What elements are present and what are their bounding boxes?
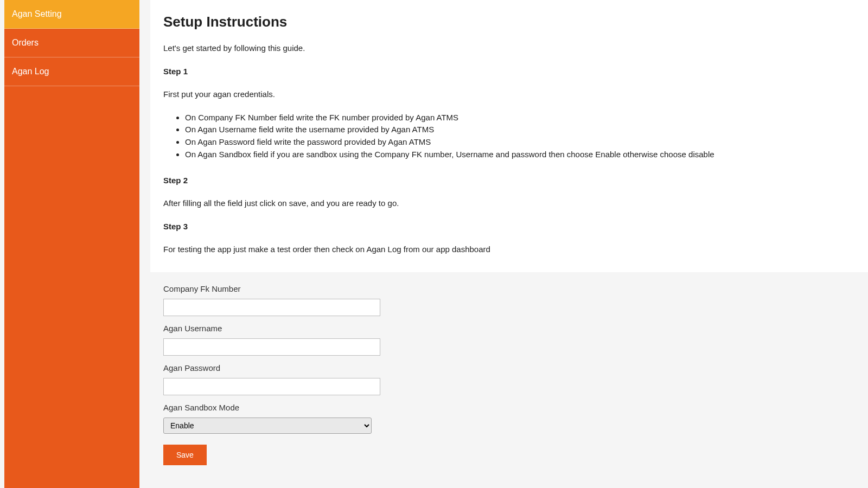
field-agan-password: Agan Password [163,363,855,395]
sidebar: Agan Setting Orders Agan Log [4,0,139,488]
step-1-bullet-list: On Company FK Number field write the FK … [163,112,855,160]
agan-password-input[interactable] [163,378,380,395]
field-company-fk: Company Fk Number [163,284,855,316]
agan-sandbox-select[interactable]: Enable Disable [163,418,372,434]
step-2-heading: Step 2 [163,175,855,187]
step-1-bullet: On Agan Password field write the passwor… [185,136,855,148]
step-3-heading: Step 3 [163,221,855,233]
sidebar-item-agan-setting[interactable]: Agan Setting [4,0,139,29]
instructions-card: Setup Instructions Let's get started by … [150,0,868,272]
step-3-text: For testing the app just make a test ord… [163,243,855,256]
save-button[interactable]: Save [163,445,207,465]
page-title: Setup Instructions [163,14,855,30]
agan-username-label: Agan Username [163,324,855,333]
sidebar-spacer [4,86,139,488]
step-2-text: After filling all the field just click o… [163,197,855,210]
agan-password-label: Agan Password [163,363,855,373]
step-1-text: First put your agan credentials. [163,88,855,101]
sidebar-item-agan-log[interactable]: Agan Log [4,57,139,86]
step-1-heading: Step 1 [163,66,855,78]
agan-sandbox-label: Agan Sandbox Mode [163,403,855,412]
step-1-bullet: On Company FK Number field write the FK … [185,112,855,124]
company-fk-input[interactable] [163,299,380,316]
settings-form: Company Fk Number Agan Username Agan Pas… [150,284,868,481]
field-agan-sandbox: Agan Sandbox Mode Enable Disable [163,403,855,434]
agan-username-input[interactable] [163,338,380,356]
main-content: Setup Instructions Let's get started by … [139,0,868,488]
company-fk-label: Company Fk Number [163,284,855,293]
intro-text: Let's get started by following this guid… [163,42,855,55]
step-1-bullet: On Agan Username field write the usernam… [185,124,855,136]
step-1-bullet: On Agan Sandbox field if you are sandbox… [185,149,855,160]
field-agan-username: Agan Username [163,324,855,356]
sidebar-item-orders[interactable]: Orders [4,29,139,57]
